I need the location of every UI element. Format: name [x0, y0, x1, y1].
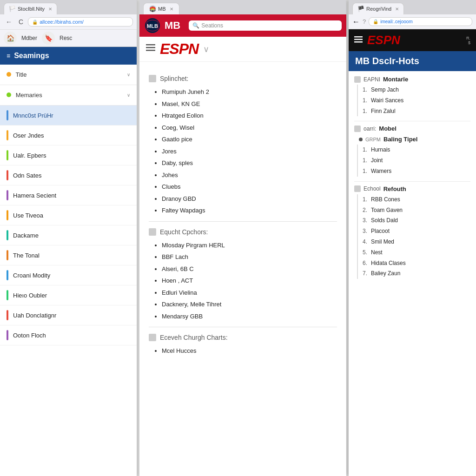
right-tab-label: ReogriVind	[366, 6, 391, 12]
section-0-list: Rumipuh Juneh 2 Masel, KN GE Htratged Eo…	[162, 86, 337, 217]
right-item-1-2: 1. Wamers	[357, 166, 470, 177]
list-item: Edluri Vielina	[162, 287, 337, 299]
mlb-nav-row: MLB MB 🔍 Seations	[139, 14, 346, 37]
mlb-search-placeholder: Seations	[201, 22, 223, 29]
toolbar-icon-1[interactable]: 🏠	[4, 32, 17, 45]
sidebar-item-10[interactable]: Uah Donclatignr	[0, 305, 137, 325]
section-1-icon	[149, 228, 156, 236]
right-section-0-icon	[354, 76, 361, 83]
right-url-box[interactable]: 🔒 imeali:.cejooom	[369, 17, 472, 26]
subsection-dot-icon	[359, 138, 363, 141]
right-tab-close-icon[interactable]: ✕	[395, 7, 399, 12]
middle-browser-chrome: 🏟️ MB ✕ MLB MB 🔍 Seations	[139, 0, 346, 37]
right-item-2-3: 3. Placoot	[357, 226, 470, 237]
subsection-label: GRPM	[365, 137, 381, 142]
left-url-box[interactable]: 🔒 allcee://birahs.com/	[28, 17, 133, 26]
right-question-button[interactable]: ?	[363, 18, 366, 25]
mlb-search-icon: 🔍	[192, 22, 199, 29]
item-label: Semp Jach	[371, 86, 399, 94]
right-section-1-header: oarri: Mobel	[354, 125, 470, 132]
sidebar-section-memaries: Memaries ∨	[0, 85, 137, 106]
list-item: Mendarsy GBB	[162, 311, 337, 323]
item-label: Hidata Clases	[371, 259, 406, 267]
tab-flag-icon: 🏳️	[9, 6, 16, 12]
right-item-0-1: 1. Wairi Sances	[357, 95, 470, 106]
sidebar-item-6[interactable]: Dackame	[0, 225, 137, 245]
item-num: 1.	[363, 167, 369, 175]
item-color-bar-1	[7, 130, 8, 140]
item-color-bar-7	[7, 250, 8, 260]
item-label: Nest	[371, 249, 383, 257]
item-label: Wamers	[371, 167, 391, 175]
svg-rect-4	[146, 50, 155, 51]
sidebar-section-title: Title ∨	[0, 65, 137, 85]
sidebar-item-2[interactable]: Ualr. Epbers	[0, 145, 137, 165]
new-tab-button[interactable]	[59, 4, 72, 14]
sidebar-item-8[interactable]: Croani Modity	[0, 265, 137, 285]
sidebar-section-title-row[interactable]: Title ∨	[0, 67, 137, 82]
item-label: Solds Dald	[371, 217, 398, 225]
right-url-text: imeali:.cejooom	[380, 19, 412, 24]
memaries-color-dot	[7, 93, 11, 97]
list-item: Alseri, 6B C	[162, 263, 337, 275]
sidebar-item-9[interactable]: Hieıo Oubler	[0, 285, 137, 305]
mlb-logo-icon: MLB	[144, 17, 161, 34]
sidebar-item-11[interactable]: Ooton Floch	[0, 325, 137, 345]
middle-tab-bar: 🏟️ MB ✕	[139, 0, 346, 14]
item-color-bar-8	[7, 270, 8, 280]
right-subsection-header: GRPM Baling Tipel	[354, 134, 470, 145]
middle-tab-close-icon[interactable]: ✕	[170, 7, 173, 12]
item-label: Wairi Sances	[371, 97, 403, 105]
sidebar-item-4[interactable]: Hamera Secient	[0, 185, 137, 205]
toolbar-label-1: Mdber	[21, 35, 37, 41]
item-num: 1.	[363, 107, 369, 115]
list-item: Faltey Wapdags	[162, 205, 337, 217]
item-num: 3.	[363, 227, 369, 235]
right-item-2-7: 7. Baliey Zaun	[357, 268, 470, 279]
sidebar-item-1[interactable]: Oser Jndes	[0, 126, 137, 145]
item-color-bar-4	[7, 190, 8, 200]
right-item-0-2: 1. Finn Zalul	[357, 106, 470, 117]
left-toolbar-row: 🏠 Mdber 🔖 Resc	[0, 29, 137, 46]
sidebar-section-memaries-row[interactable]: Memaries ∨	[0, 88, 137, 102]
middle-new-tab-button[interactable]	[181, 4, 194, 14]
sidebar-item-5[interactable]: Use Tiveoa	[0, 205, 137, 225]
sidebar-item-label-3: Odn Sates	[13, 172, 41, 179]
list-item: Dranoy GBD	[162, 193, 337, 205]
back-button[interactable]: ←	[4, 17, 14, 26]
toolbar-icon-2[interactable]: 🔖	[42, 32, 55, 45]
espn-menu-icon[interactable]	[146, 44, 155, 54]
svg-rect-3	[146, 47, 155, 48]
sidebar-item-7[interactable]: The Tonal	[0, 245, 137, 265]
mlb-search-box[interactable]: 🔍 Seations	[189, 20, 342, 31]
item-num: 6.	[363, 259, 369, 267]
right-divider-2	[354, 181, 470, 182]
left-tab[interactable]: 🏳️ StocIbll.Nity ✕	[4, 3, 57, 14]
right-tab[interactable]: 🏴 ReogriVind ✕	[352, 3, 404, 14]
section-0-title: Splinchet:	[160, 75, 188, 82]
sidebar-item-3[interactable]: Odn Sates	[0, 165, 137, 185]
item-label: Hurnais	[371, 146, 390, 154]
sidebar-item-label-4: Hamera Secient	[13, 192, 56, 199]
right-section-1-icon-label: oarri:	[364, 126, 376, 132]
item-label: Smil Med	[371, 238, 394, 246]
right-tab-bar: 🏴 ReogriVind ✕	[349, 0, 476, 14]
list-item: Mlosday Pirgram HERL	[162, 239, 337, 251]
right-new-tab-button[interactable]	[406, 4, 417, 14]
title-color-dot	[7, 72, 11, 77]
sidebar-item-0[interactable]: Mnnc0st PrüHr	[0, 106, 137, 126]
section-2-list: Mcel Hucces	[162, 345, 337, 357]
right-hamburger-icon[interactable]	[354, 35, 363, 45]
toolbar-label-2: Resc	[60, 35, 72, 41]
right-back-button[interactable]: ←	[352, 18, 360, 26]
left-tab-close-icon[interactable]: ✕	[48, 7, 52, 12]
subsection-name: Baling Tipel	[383, 136, 417, 143]
right-section-0-icon-label: EAPNI	[364, 76, 380, 83]
memaries-chevron-icon: ∨	[127, 93, 130, 98]
espn-dropdown-icon[interactable]: ∨	[203, 44, 209, 54]
left-address-bar: ← C 🔒 allcee://birahs.com/	[0, 14, 137, 29]
refresh-button[interactable]: C	[17, 17, 25, 26]
middle-tab[interactable]: 🏟️ MB ✕	[143, 3, 179, 14]
right-blue-banner: MB DscIr-Hots	[349, 51, 476, 71]
section-memaries-label: Memaries	[16, 92, 42, 99]
